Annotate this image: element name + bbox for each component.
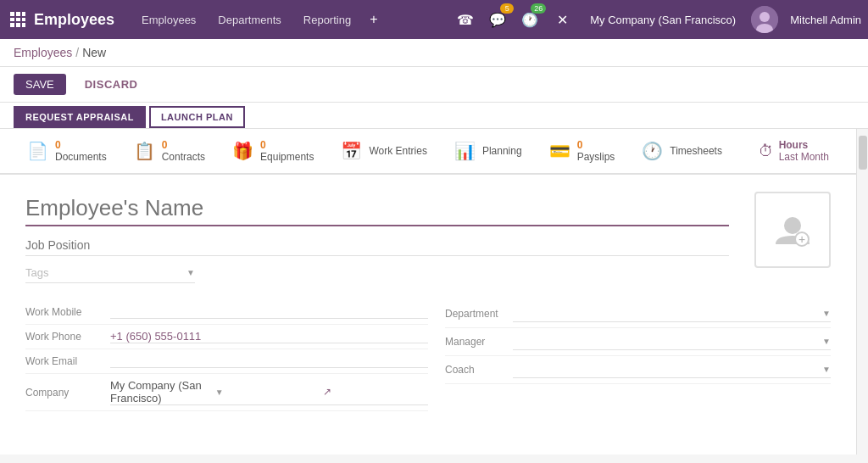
breadcrumb-parent[interactable]: Employees (14, 46, 72, 59)
timesheets-label: Timesheets (670, 145, 722, 157)
nav-menu: Employees Departments Reporting + (131, 7, 453, 32)
work-phone-row: Work Phone (25, 325, 428, 349)
contracts-label: Contracts (162, 151, 205, 163)
fields-left: Work Mobile Work Phone Work Email Compan… (25, 300, 428, 411)
breadcrumb-current: New (82, 46, 106, 59)
company-row: Company My Company (San Francisco) ▼ ↗ (25, 374, 428, 411)
svg-rect-1 (16, 12, 20, 16)
planning-icon: 📊 (454, 141, 476, 161)
company-dropdown-icon: ▼ (215, 388, 320, 397)
documents-label: Documents (55, 151, 107, 163)
nav-departments[interactable]: Departments (208, 8, 291, 31)
svg-rect-7 (16, 23, 20, 27)
svg-rect-0 (10, 12, 14, 16)
svg-rect-5 (22, 18, 25, 21)
work-email-label: Work Email (25, 355, 110, 367)
svg-rect-2 (22, 12, 25, 16)
manager-select[interactable]: ▼ (513, 333, 831, 350)
settings-icon[interactable]: ✕ (549, 7, 575, 32)
chat-icon[interactable]: 💬 5 (485, 7, 510, 32)
company-value: My Company (San Francisco) (110, 379, 215, 404)
contracts-icon: 📋 (134, 141, 155, 161)
employee-form: Tags ▼ + Work (0, 175, 856, 428)
breadcrumb: Employees / New (0, 39, 868, 67)
planning-label: Planning (482, 145, 522, 157)
tab-work-entries[interactable]: 📅 Work Entries (327, 129, 440, 175)
clock-icon[interactable]: 🕐 26 (517, 7, 542, 32)
employee-photo-upload[interactable]: + (754, 192, 831, 268)
hours-icon: ⏱ (759, 142, 774, 160)
action-bar: SAVE DISCARD (0, 67, 868, 103)
tab-payslips[interactable]: 💳 0 Payslips (536, 129, 629, 175)
tab-documents[interactable]: 📄 0 Documents (14, 129, 120, 175)
payslips-icon: 💳 (549, 141, 570, 161)
work-mobile-input[interactable] (110, 305, 428, 319)
phone-icon[interactable]: ☎ (453, 7, 478, 32)
coach-row: Coach ▼ (445, 356, 831, 384)
contracts-count: 0 (162, 139, 205, 151)
form-fields: Work Mobile Work Phone Work Email Compan… (25, 300, 831, 411)
documents-count: 0 (55, 139, 107, 151)
request-appraisal-button[interactable]: REQUEST APPRAISAL (14, 106, 146, 128)
nav-icons: ☎ 💬 5 🕐 26 ✕ My Company (San Francisco) … (453, 6, 861, 33)
scrollbar-thumb[interactable] (859, 136, 867, 170)
department-dropdown-icon: ▼ (822, 309, 831, 318)
svg-rect-3 (10, 18, 14, 21)
department-row: Department ▼ (445, 300, 831, 328)
save-button[interactable]: SAVE (14, 74, 66, 95)
job-position-input[interactable] (25, 235, 729, 256)
scrollbar[interactable] (856, 129, 868, 455)
nav-employees[interactable]: Employees (131, 8, 206, 31)
work-email-input[interactable] (110, 354, 428, 368)
avatar (751, 6, 778, 33)
work-mobile-row: Work Mobile (25, 300, 428, 325)
work-phone-input[interactable] (110, 330, 428, 343)
discard-button[interactable]: DISCARD (73, 74, 150, 95)
svg-text:+: + (798, 232, 805, 246)
smart-buttons-bar: REQUEST APPRAISAL LAUNCH PLAN (0, 103, 868, 129)
work-entries-label: Work Entries (369, 145, 426, 157)
employee-name-input[interactable] (25, 192, 729, 226)
grid-menu-icon[interactable] (7, 8, 29, 31)
svg-point-12 (784, 217, 801, 234)
svg-rect-6 (10, 23, 14, 27)
manager-label: Manager (445, 336, 513, 348)
company-name: My Company (San Francisco) (590, 14, 736, 26)
tags-field[interactable]: Tags ▼ (25, 266, 195, 283)
form-main: Tags ▼ (25, 192, 729, 283)
payslips-count: 0 (577, 139, 615, 151)
app-brand: Employees (34, 11, 114, 29)
payslips-label: Payslips (577, 151, 615, 163)
company-external-link-icon[interactable]: ↗ (323, 386, 428, 398)
nav-add-icon[interactable]: + (363, 7, 384, 32)
manager-row: Manager ▼ (445, 328, 831, 356)
timesheets-icon: 🕐 (642, 141, 663, 161)
hours-label1: Hours (779, 139, 829, 151)
department-label: Department (445, 308, 513, 320)
work-email-row: Work Email (25, 349, 428, 374)
tags-placeholder: Tags (25, 266, 48, 279)
company-select[interactable]: My Company (San Francisco) ▼ ↗ (110, 379, 428, 405)
svg-rect-8 (22, 23, 25, 27)
coach-select[interactable]: ▼ (513, 361, 831, 378)
fields-right: Department ▼ Manager ▼ Coach (428, 300, 831, 411)
tab-equipments[interactable]: 🎁 0 Equipments (219, 129, 327, 175)
launch-plan-button[interactable]: LAUNCH PLAN (149, 106, 245, 128)
company-label: Company (25, 387, 110, 399)
tab-planning[interactable]: 📊 Planning (441, 129, 536, 175)
work-mobile-label: Work Mobile (25, 306, 110, 318)
tab-hours-last-month[interactable]: ⏱ Hours Last Month (745, 129, 843, 175)
department-select[interactable]: ▼ (513, 305, 831, 322)
documents-icon: 📄 (27, 141, 48, 161)
tab-contracts[interactable]: 📋 0 Contracts (120, 129, 219, 175)
equipments-icon: 🎁 (232, 141, 253, 161)
nav-reporting[interactable]: Reporting (293, 8, 361, 31)
svg-rect-4 (16, 18, 20, 21)
manager-dropdown-icon: ▼ (822, 337, 831, 346)
clock-badge: 26 (531, 3, 546, 14)
work-phone-label: Work Phone (25, 331, 110, 343)
tab-timesheets[interactable]: 🕐 Timesheets (628, 129, 736, 175)
main-content: 📄 0 Documents 📋 0 Contracts 🎁 0 Equipmen… (0, 129, 856, 455)
form-header: Tags ▼ + (25, 192, 831, 283)
equipments-count: 0 (260, 139, 314, 151)
